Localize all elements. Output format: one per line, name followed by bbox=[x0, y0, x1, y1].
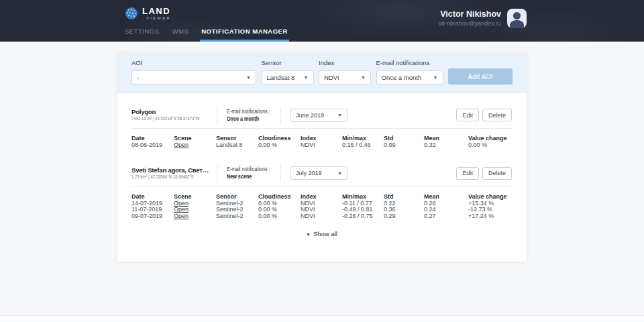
chevron-down-icon: ▼ bbox=[304, 75, 309, 80]
horizontal-scrollbar[interactable] bbox=[0, 315, 644, 322]
cell-index: NDVI bbox=[301, 213, 342, 220]
period-select-value: June 2019 bbox=[296, 112, 324, 119]
add-aoi-form: AOI - ▼ Sensor Landsat 8 ▼ Index NDVI ▼ … bbox=[117, 52, 527, 93]
period-select[interactable]: June 2019 ▼ bbox=[290, 109, 347, 122]
cell-sensor: Landsat 8 bbox=[216, 142, 258, 149]
period-select[interactable]: July 2019 ▼ bbox=[290, 166, 347, 180]
caret-down-icon: ▼ bbox=[306, 232, 311, 237]
cell-value-change: 0.00 % bbox=[468, 142, 512, 149]
notifications-label: E-mail notifications : bbox=[227, 108, 268, 115]
cell-value-change: +17.24 % bbox=[468, 213, 512, 220]
tab-wms[interactable]: WMS bbox=[171, 22, 191, 42]
sensor-label: Sensor bbox=[262, 59, 314, 66]
chevron-down-icon: ▼ bbox=[246, 75, 251, 80]
user-email: vit-nikishov@yandex.ru bbox=[439, 19, 501, 28]
cell-minmax: 0.15 / 0.46 bbox=[342, 142, 384, 149]
cell-date: 08-06-2019 bbox=[131, 142, 174, 149]
aoi-name: Polygon bbox=[131, 108, 211, 115]
period-select-value: July 2019 bbox=[296, 170, 322, 176]
cell-index: NDVI bbox=[301, 142, 342, 149]
delete-button[interactable]: Delete bbox=[482, 109, 512, 121]
aoi-list: Polygon 7492.15 m² | 34.59218°S 58.37373… bbox=[117, 93, 527, 237]
aoi-section-sveti-stefan: Sveti Stefan agora, Свети-Сте... 1.23 km… bbox=[131, 165, 512, 220]
aoi-details: 1.23 km² | 42.25584°N 18.89482°E bbox=[131, 174, 212, 180]
index-select[interactable]: NDVI ▼ bbox=[319, 70, 371, 85]
landviewer-logo[interactable]: LAND VIEWER bbox=[124, 6, 171, 21]
edit-button[interactable]: Edit bbox=[456, 109, 479, 121]
user-block: Victor Nikishov vit-nikishov@yandex.ru bbox=[439, 9, 527, 28]
notifications-label: E-mail notifications : bbox=[227, 166, 268, 173]
show-all-button[interactable]: ▼Show all bbox=[131, 230, 512, 237]
chevron-down-icon: ▼ bbox=[361, 75, 366, 80]
divider bbox=[217, 165, 217, 182]
chevron-down-icon: ▼ bbox=[337, 171, 342, 176]
cell-minmax: -0.26 / 0.75 bbox=[342, 213, 384, 220]
cell-cloudiness: 0.00 % bbox=[258, 142, 301, 149]
email-notifications-select[interactable]: Once a month ▼ bbox=[376, 70, 443, 85]
show-all-label: Show all bbox=[313, 230, 337, 237]
app-header: LAND VIEWER Victor Nikishov vit-nikishov… bbox=[0, 0, 644, 42]
tab-notification-manager[interactable]: NOTIFICATION MANAGER bbox=[200, 22, 289, 42]
aoi-section-polygon: Polygon 7492.15 m² | 34.59218°S 58.37373… bbox=[131, 107, 512, 149]
sensor-select[interactable]: Landsat 8 ▼ bbox=[262, 70, 314, 85]
chevron-down-icon: ▼ bbox=[337, 113, 342, 117]
cell-cloudiness: 0.00 % bbox=[258, 213, 301, 220]
scene-table: Date Scene Sensor Cloudiness Index Min/m… bbox=[131, 135, 512, 149]
cell-mean: 0.32 bbox=[424, 142, 468, 149]
delete-button[interactable]: Delete bbox=[482, 167, 512, 180]
edit-button[interactable]: Edit bbox=[456, 167, 479, 180]
nav-tabs: SETTINGS WMS NOTIFICATION MANAGER bbox=[123, 22, 289, 42]
chevron-down-icon: ▼ bbox=[433, 75, 438, 80]
cell-std: 0.29 bbox=[384, 213, 424, 220]
index-select-value: NDVI bbox=[324, 74, 339, 81]
add-aoi-button[interactable]: Add AOI bbox=[448, 68, 513, 85]
email-notifications-label: E-mail notifications bbox=[376, 59, 443, 66]
user-name: Victor Nikishov bbox=[439, 9, 501, 19]
scene-table: Date Scene Sensor Cloudiness Index Min/m… bbox=[131, 193, 512, 220]
notification-manager-panel: AOI - ▼ Sensor Landsat 8 ▼ Index NDVI ▼ … bbox=[117, 52, 527, 262]
notifications-value: New scene bbox=[227, 173, 268, 180]
sensor-select-value: Landsat 8 bbox=[267, 74, 295, 81]
cell-std: 0.09 bbox=[384, 142, 424, 149]
divider bbox=[280, 107, 281, 123]
cell-mean: 0.27 bbox=[424, 213, 468, 220]
divider bbox=[280, 165, 281, 182]
landviewer-globe-icon bbox=[124, 6, 139, 21]
open-scene-link[interactable]: Open bbox=[174, 142, 216, 149]
user-avatar[interactable] bbox=[507, 9, 527, 28]
cell-sensor: Sentinel-2 bbox=[216, 213, 258, 220]
notifications-value: Once a month bbox=[227, 115, 268, 123]
index-label: Index bbox=[319, 59, 371, 66]
cell-date: 09-07-2019 bbox=[131, 213, 174, 220]
aoi-select-value: - bbox=[137, 74, 139, 81]
aoi-label: AOI bbox=[131, 59, 256, 66]
logo-title: LAND bbox=[142, 7, 171, 15]
open-scene-link[interactable]: Open bbox=[174, 213, 216, 220]
tab-settings[interactable]: SETTINGS bbox=[123, 22, 161, 42]
logo-subtitle: VIEWER bbox=[146, 15, 171, 21]
aoi-details: 7492.15 m² | 34.59218°S 58.37373°W bbox=[131, 115, 212, 122]
email-notifications-select-value: Once a month bbox=[382, 74, 422, 81]
divider bbox=[217, 107, 217, 123]
aoi-name: Sveti Stefan agora, Свети-Сте... bbox=[131, 166, 211, 174]
aoi-select[interactable]: - ▼ bbox=[131, 70, 256, 85]
